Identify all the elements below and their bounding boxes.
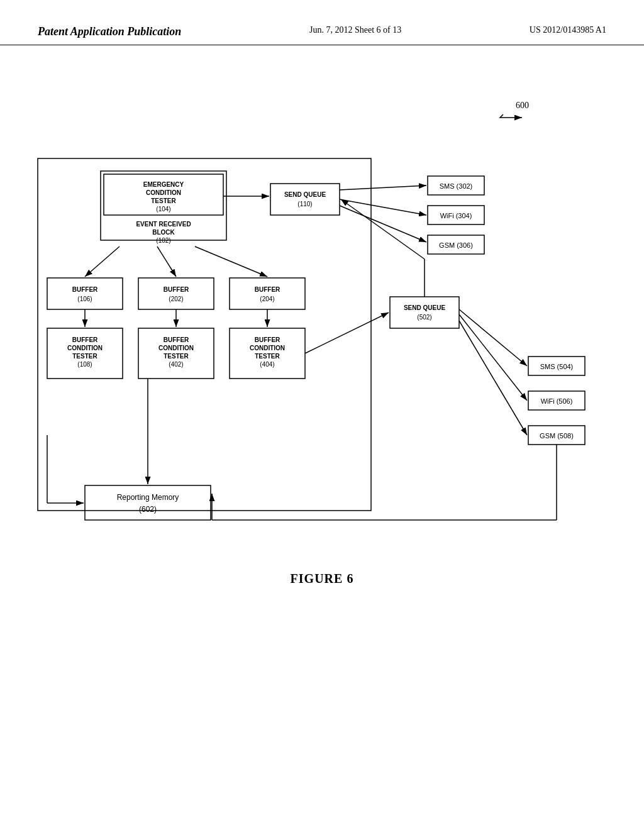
send-queue-110-box xyxy=(270,184,340,215)
bct402-label-2: CONDITION xyxy=(158,345,194,351)
bct402-label-4: (402) xyxy=(169,361,183,368)
wifi-304-label: WiFi (304) xyxy=(440,212,472,219)
arrow-sq110-to-sms302 xyxy=(340,185,426,190)
gsm-306-label: GSM (306) xyxy=(439,241,473,249)
figure-label: FIGURE 6 xyxy=(0,572,644,586)
send-queue-502-box xyxy=(390,297,459,328)
outer-box xyxy=(38,158,371,511)
sq502-label-2: (502) xyxy=(417,314,431,321)
buffer-202-box xyxy=(138,278,214,309)
bct108-label-3: TESTER xyxy=(72,353,97,360)
reporting-memory-box xyxy=(85,485,211,520)
diagram-container: 600 EMERGENCY CONDITION TESTER (104) EVE… xyxy=(0,83,644,649)
figure-600-label: 600 xyxy=(516,101,529,110)
ect-label-3: TESTER xyxy=(151,197,176,204)
page-header: Patent Application Publication Jun. 7, 2… xyxy=(0,0,644,45)
b106-label-2: (106) xyxy=(77,296,92,302)
b202-label-2: (202) xyxy=(169,296,183,302)
bct402-label-1: BUFFER xyxy=(164,336,189,343)
bct404-label-3: TESTER xyxy=(255,353,280,360)
b106-label-1: BUFFER xyxy=(72,286,98,293)
b204-label-1: BUFFER xyxy=(255,286,280,293)
bct404-label-1: BUFFER xyxy=(255,336,280,343)
publication-title: Patent Application Publication xyxy=(38,25,181,38)
rm-label-2: (602) xyxy=(139,505,157,514)
ect-label-4: (104) xyxy=(156,206,170,213)
b204-label-2: (204) xyxy=(260,296,274,302)
rm-label-1: Reporting Memory xyxy=(117,493,179,502)
wifi-506-label: WiFi (506) xyxy=(541,397,573,405)
ect-label-2: CONDITION xyxy=(146,189,181,196)
buffer-106-box xyxy=(47,278,123,309)
bct108-label-1: BUFFER xyxy=(72,336,98,343)
erb-label-2: BLOCK xyxy=(152,229,175,236)
ect-label-1: EMERGENCY xyxy=(143,181,184,188)
erb-label-1: EVENT RECEIVED xyxy=(136,221,191,228)
arrow-sq502-to-sq110 xyxy=(341,199,425,259)
erb-label-3: (102) xyxy=(156,237,170,244)
patent-number: US 2012/0143985 A1 xyxy=(530,25,606,35)
arrow-erb-to-b106 xyxy=(85,246,119,277)
bct108-label-4: (108) xyxy=(77,361,92,368)
sms-504-label: SMS (504) xyxy=(540,363,574,370)
bct404-label-4: (404) xyxy=(260,361,274,368)
sq110-label-1: SEND QUEUE xyxy=(284,191,326,198)
arrow-sq110-to-gsm306 xyxy=(340,206,426,242)
arrow-bct404-to-sq502 xyxy=(305,313,389,353)
buffer-204-box xyxy=(230,278,305,309)
b202-label-1: BUFFER xyxy=(164,286,189,293)
bct402-label-3: TESTER xyxy=(164,353,189,360)
bct404-label-2: CONDITION xyxy=(250,345,285,351)
gsm-508-label: GSM (508) xyxy=(540,432,574,440)
sq110-label-2: (110) xyxy=(297,201,312,208)
diagram-svg: 600 EMERGENCY CONDITION TESTER (104) EVE… xyxy=(0,83,644,624)
arrow-erb-to-b202 xyxy=(157,246,176,277)
sq502-label-1: SEND QUEUE xyxy=(404,304,445,311)
600-bracket xyxy=(500,114,522,118)
bct108-label-2: CONDITION xyxy=(67,345,103,351)
sheet-info: Jun. 7, 2012 Sheet 6 of 13 xyxy=(309,25,401,35)
arrow-erb-to-b204 xyxy=(195,246,267,277)
sms-302-label: SMS (302) xyxy=(440,182,473,190)
